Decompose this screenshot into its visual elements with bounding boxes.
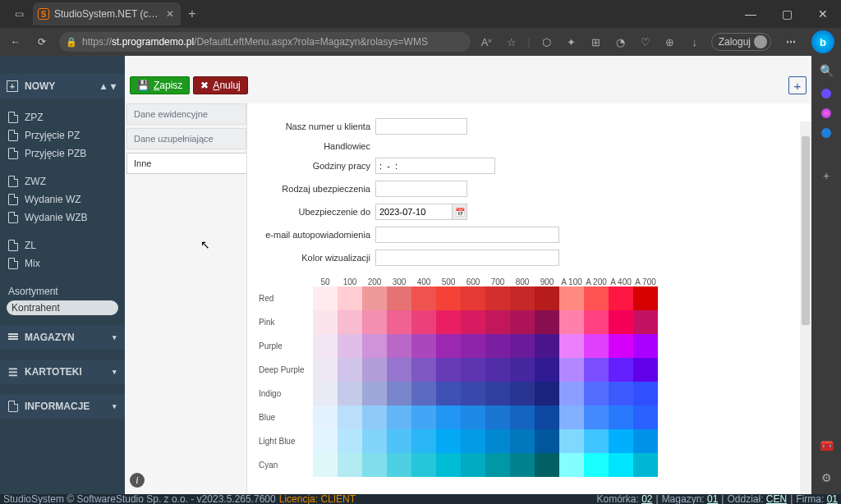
tab-dane-uzupelniajace[interactable]: Dane uzupełniające — [126, 128, 246, 149]
color-swatch[interactable] — [609, 405, 633, 429]
sidebar-section-magazyn[interactable]: MAGAZYN▾ — [0, 325, 125, 350]
color-swatch[interactable] — [584, 405, 609, 429]
color-swatch[interactable] — [485, 382, 510, 405]
color-swatch[interactable] — [510, 358, 535, 382]
insurance-type-input[interactable] — [375, 181, 467, 197]
color-swatch[interactable] — [411, 405, 436, 429]
color-swatch[interactable] — [338, 310, 362, 334]
color-swatch[interactable] — [485, 286, 510, 310]
rail-app-icon[interactable] — [821, 89, 831, 99]
address-bar[interactable]: 🔒 https://st.programdemo.pl/DefaultLeftM… — [59, 32, 471, 52]
color-swatch[interactable] — [436, 358, 461, 382]
color-swatch[interactable] — [535, 310, 559, 334]
color-swatch[interactable] — [633, 382, 658, 405]
color-swatch[interactable] — [559, 429, 584, 453]
tab-list-icon[interactable]: ▭ — [15, 8, 24, 20]
read-aloud-icon[interactable]: Aᵛ — [479, 34, 495, 50]
save-button[interactable]: 💾Zapisz — [130, 76, 190, 94]
add-button[interactable]: + — [788, 76, 807, 94]
color-swatch[interactable] — [387, 310, 411, 334]
color-swatch[interactable] — [362, 453, 387, 477]
sidebar-item-zwz[interactable]: ZWZ — [0, 172, 125, 190]
info-icon[interactable]: i — [130, 473, 145, 488]
color-swatch[interactable] — [313, 358, 338, 382]
color-swatch[interactable] — [411, 310, 436, 334]
color-swatch[interactable] — [436, 405, 461, 429]
color-swatch[interactable] — [338, 429, 362, 453]
color-swatch[interactable] — [510, 286, 535, 310]
color-swatch[interactable] — [559, 310, 584, 334]
extension-icon[interactable]: ✦ — [563, 34, 580, 50]
color-swatch[interactable] — [362, 286, 387, 310]
color-swatch[interactable] — [535, 405, 559, 429]
color-swatch[interactable] — [510, 429, 535, 453]
color-swatch[interactable] — [485, 310, 510, 334]
color-swatch[interactable] — [535, 358, 559, 382]
color-swatch[interactable] — [633, 453, 658, 477]
color-swatch[interactable] — [510, 310, 535, 334]
color-swatch[interactable] — [510, 382, 535, 405]
color-swatch[interactable] — [313, 453, 338, 477]
sidebar-item-przyjecie-pzb[interactable]: Przyjęcie PZB — [0, 144, 125, 163]
close-tab-icon[interactable]: ✕ — [166, 8, 174, 20]
color-swatch[interactable] — [436, 453, 461, 477]
color-swatch[interactable] — [411, 429, 436, 453]
color-swatch[interactable] — [633, 358, 658, 382]
color-swatch[interactable] — [338, 453, 362, 477]
color-swatch[interactable] — [535, 429, 559, 453]
color-swatch[interactable] — [411, 453, 436, 477]
color-swatch[interactable] — [436, 429, 461, 453]
color-swatch[interactable] — [362, 405, 387, 429]
extension-icon[interactable]: ◔ — [613, 34, 629, 50]
rail-app-icon[interactable] — [821, 108, 831, 118]
color-swatch[interactable] — [338, 286, 362, 310]
color-swatch[interactable] — [362, 382, 387, 405]
sidebar-item-kontrahent[interactable]: Kontrahent — [7, 300, 118, 315]
color-swatch[interactable] — [362, 358, 387, 382]
add-rail-icon[interactable]: + — [818, 167, 834, 184]
minimize-button[interactable]: — — [733, 0, 769, 28]
calendar-icon[interactable]: 📅 — [452, 204, 466, 219]
color-swatch[interactable] — [313, 429, 338, 453]
color-swatch[interactable] — [461, 453, 485, 477]
color-swatch[interactable] — [461, 310, 485, 334]
color-swatch[interactable] — [313, 286, 338, 310]
refresh-button[interactable]: ⟳ — [33, 36, 51, 48]
collapse-icon[interactable]: ▴ — [99, 80, 108, 92]
new-tab-button[interactable]: + — [182, 4, 202, 24]
client-number-input[interactable] — [375, 118, 467, 135]
color-swatch[interactable] — [461, 358, 485, 382]
color-swatch[interactable] — [362, 310, 387, 334]
color-swatch[interactable] — [387, 453, 411, 477]
color-swatch[interactable] — [510, 334, 535, 358]
close-window-button[interactable]: ✕ — [805, 0, 841, 28]
color-swatch[interactable] — [387, 405, 411, 429]
color-swatch[interactable] — [485, 429, 510, 453]
color-swatch[interactable] — [485, 358, 510, 382]
color-swatch[interactable] — [362, 429, 387, 453]
color-swatch[interactable] — [609, 382, 633, 405]
search-icon[interactable]: 🔍 — [818, 62, 834, 79]
color-swatch[interactable] — [387, 429, 411, 453]
color-swatch[interactable] — [535, 334, 559, 358]
sidebar-section-kartoteki[interactable]: ☰KARTOTEKI▾ — [0, 360, 125, 384]
color-swatch[interactable] — [387, 382, 411, 405]
tab-dane-ewidencyjne[interactable]: Dane ewidencyjne — [126, 103, 246, 125]
color-swatch[interactable] — [535, 286, 559, 310]
email-input[interactable] — [375, 227, 559, 243]
color-swatch[interactable] — [609, 286, 633, 310]
extension-icon[interactable]: ⊞ — [588, 34, 604, 50]
bing-button[interactable]: b — [811, 30, 834, 53]
color-swatch[interactable] — [338, 382, 362, 405]
color-swatch[interactable] — [387, 358, 411, 382]
color-swatch[interactable] — [313, 382, 338, 405]
color-swatch[interactable] — [313, 334, 338, 358]
color-swatch[interactable] — [411, 286, 436, 310]
color-swatch[interactable] — [387, 334, 411, 358]
toolbox-icon[interactable]: 🧰 — [818, 437, 834, 453]
sidebar-section-nowy[interactable]: + NOWY ▴▾ — [0, 74, 125, 99]
color-swatch[interactable] — [411, 382, 436, 405]
color-swatch[interactable] — [559, 334, 584, 358]
color-swatch[interactable] — [609, 429, 633, 453]
tab-inne[interactable]: Inne — [126, 153, 246, 174]
